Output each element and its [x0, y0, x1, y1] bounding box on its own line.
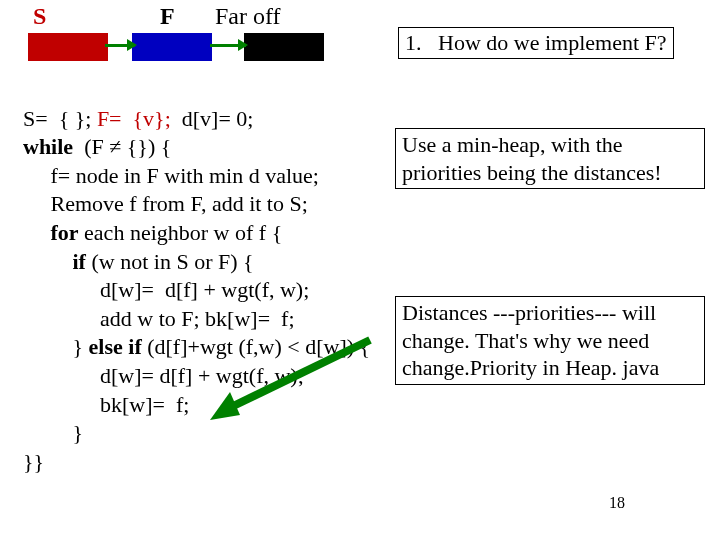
algorithm-pseudocode: S= { }; F= {v}; d[v]= 0; while (F ≠ {}) … [23, 76, 370, 476]
algo-l2a: while [23, 134, 73, 159]
question-box: 1. How do we implement F? [398, 27, 674, 59]
note-box: Distances ---priorities--- will change. … [395, 296, 705, 385]
algo-l1b: F= {v}; [97, 106, 171, 131]
arrow-F-to-Far [210, 44, 246, 47]
algo-l5b: each neighbor w of f { [79, 220, 283, 245]
algo-l4: Remove f from F, add it to S; [23, 191, 308, 216]
set-S-box [28, 33, 108, 61]
algo-l9b: else if [89, 334, 142, 359]
algo-l1a: S= { }; [23, 106, 97, 131]
set-F-box [132, 33, 212, 61]
legend-S: S [33, 3, 46, 30]
algo-l10: d[w]= d[f] + wgt(f, w); [23, 363, 304, 388]
page-number: 18 [609, 494, 625, 512]
algo-l12: } [23, 420, 83, 445]
set-Far-box [244, 33, 324, 61]
algo-l9c: (d[f]+wgt (f,w) < d[w]) { [142, 334, 370, 359]
algo-l9a: } [23, 334, 89, 359]
legend-Far: Far off [215, 3, 281, 30]
algo-l7: d[w]= d[f] + wgt(f, w); [23, 277, 309, 302]
algo-l2b: (F ≠ {}) { [73, 134, 171, 159]
algo-l8: add w to F; bk[w]= f; [23, 306, 295, 331]
algo-l13: }} [23, 449, 44, 474]
algo-l11: bk[w]= f; [23, 392, 189, 417]
algo-l6a: if [23, 249, 86, 274]
answer-box: Use a min-heap, with the priorities bein… [395, 128, 705, 189]
arrow-S-to-F [105, 44, 135, 47]
algo-l3: f= node in F with min d value; [23, 163, 319, 188]
algo-l1c: d[v]= 0; [171, 106, 254, 131]
algo-l6b: (w not in S or F) { [86, 249, 254, 274]
algo-l5a: for [23, 220, 79, 245]
legend-F: F [160, 3, 175, 30]
